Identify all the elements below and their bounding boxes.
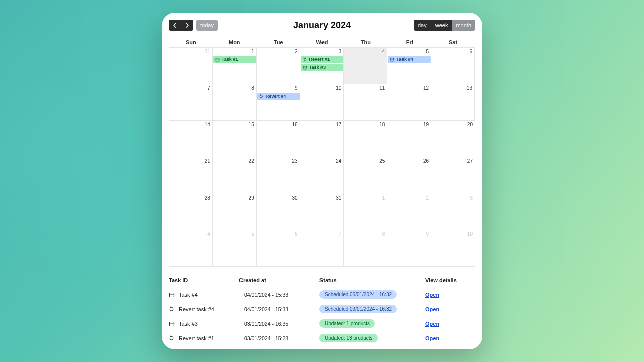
calendar-day[interactable]: 9	[387, 230, 431, 266]
col-task-id: Task ID	[169, 277, 239, 283]
calendar-day[interactable]: 13	[431, 84, 475, 121]
next-button[interactable]	[181, 20, 193, 31]
calendar-day[interactable]: 23	[257, 157, 300, 194]
date-number: 10	[433, 231, 473, 237]
date-number: 4	[346, 49, 385, 55]
date-number: 2	[259, 49, 298, 55]
calendar-day[interactable]: 8	[344, 230, 387, 266]
date-number: 3	[302, 49, 342, 55]
calendar-day[interactable]: 30	[257, 194, 300, 230]
dow-label: Fri	[387, 37, 431, 47]
calendar-day[interactable]: 5	[213, 230, 257, 266]
calendar-day[interactable]: 4	[344, 48, 387, 84]
calendar-day[interactable]: 8	[213, 84, 257, 121]
date-number: 9	[389, 231, 429, 237]
date-number: 31	[171, 49, 210, 55]
date-number: 17	[302, 122, 342, 128]
calendar-day[interactable]: 28	[169, 194, 213, 230]
svg-rect-8	[170, 322, 174, 326]
calendar-icon	[390, 57, 394, 62]
calendar-event[interactable]: Revert #1	[301, 56, 344, 63]
calendar-day[interactable]: 17	[300, 121, 344, 157]
calendar-day[interactable]: 2	[257, 48, 300, 84]
date-number: 24	[302, 158, 342, 164]
calendar-day[interactable]: 4	[169, 230, 213, 266]
calendar-day[interactable]: 16	[257, 121, 300, 157]
calendar-day[interactable]: 10	[300, 84, 344, 121]
task-table: Task ID Created at Status View details T…	[169, 277, 475, 345]
calendar-day[interactable]: 12	[387, 84, 431, 121]
calendar-event[interactable]: Task #1	[213, 56, 256, 63]
calendar-day[interactable]: 19	[387, 121, 431, 157]
dow-label: Mon	[213, 37, 257, 47]
task-id-label: Task #4	[179, 292, 198, 298]
task-id-label: Revert task #1	[179, 335, 214, 341]
calendar-event[interactable]: Task #3	[301, 64, 344, 71]
task-id-cell: Task #3	[169, 321, 239, 327]
calendar-day[interactable]: 7	[300, 230, 344, 266]
date-number: 1	[346, 195, 385, 201]
calendar-day[interactable]: 6	[257, 230, 300, 266]
calendar-event[interactable]: Task #4	[388, 56, 431, 63]
calendar-day[interactable]: 31	[300, 194, 344, 230]
today-button[interactable]: today	[196, 20, 218, 31]
calendar-day[interactable]: 29	[213, 194, 257, 230]
status-badge: Scheduled 05/01/2024 - 16:32	[319, 290, 397, 299]
date-number: 9	[259, 85, 298, 92]
calendar-day[interactable]: 5	[387, 48, 431, 84]
open-link[interactable]: Open	[425, 306, 439, 312]
view-week-button[interactable]: week	[431, 20, 452, 31]
table-row: Revert task #103/01/2024 - 15:28Updated:…	[169, 331, 475, 345]
calendar-day[interactable]: 31	[169, 48, 213, 84]
task-id-label: Task #3	[179, 321, 198, 327]
calendar-day[interactable]: 6	[431, 48, 475, 84]
calendar-day[interactable]: 21	[169, 157, 213, 194]
date-number: 30	[259, 195, 298, 201]
task-id-cell: Task #4	[169, 292, 239, 298]
date-number: 13	[433, 85, 472, 92]
date-number: 2	[389, 195, 429, 201]
view-month-button[interactable]: month	[452, 20, 475, 31]
calendar-day[interactable]: 18	[344, 121, 387, 157]
calendar-day[interactable]: 2	[387, 194, 431, 230]
calendar-day[interactable]: 22	[213, 157, 257, 194]
date-number: 7	[171, 85, 210, 92]
open-link[interactable]: Open	[425, 335, 439, 341]
revert-icon	[259, 94, 264, 99]
calendar-day[interactable]: 20	[431, 121, 475, 157]
calendar-day[interactable]: 1	[344, 194, 387, 230]
calendar-icon	[169, 292, 175, 298]
date-number: 29	[215, 195, 254, 201]
calendar-day[interactable]: 11	[344, 84, 387, 121]
calendar-day[interactable]: 7	[169, 84, 213, 121]
dow-label: Tue	[257, 37, 300, 47]
view-day-button[interactable]: day	[414, 20, 431, 31]
date-number: 19	[389, 122, 429, 128]
calendar-day[interactable]: 3	[431, 194, 475, 230]
calendar-day[interactable]: 25	[344, 157, 387, 194]
calendar-event[interactable]: Revert #4	[257, 93, 300, 100]
date-number: 4	[171, 231, 210, 237]
calendar-day[interactable]: 1	[213, 48, 257, 84]
prev-button[interactable]	[169, 20, 181, 31]
open-link[interactable]: Open	[425, 321, 439, 327]
calendar-day[interactable]: 24	[300, 157, 344, 194]
calendar-day[interactable]: 14	[169, 121, 213, 157]
date-number: 11	[346, 85, 385, 92]
calendar-day[interactable]: 9	[257, 84, 300, 121]
date-number: 15	[215, 122, 254, 128]
calendar-day[interactable]: 10	[431, 230, 475, 266]
created-cell: 03/01/2024 - 15:28	[239, 335, 319, 341]
date-number: 25	[346, 158, 385, 164]
date-number: 18	[346, 122, 385, 128]
calendar-day[interactable]: 26	[387, 157, 431, 194]
dow-label: Sat	[431, 37, 475, 47]
open-link[interactable]: Open	[425, 292, 439, 298]
table-row: Task #404/01/2024 - 15:33Scheduled 05/01…	[169, 287, 475, 302]
calendar-day[interactable]: 15	[213, 121, 257, 157]
date-number: 20	[433, 122, 473, 128]
status-badge: Updated: 13 products	[319, 334, 378, 342]
status-cell: Scheduled 05/01/2024 - 16:32	[319, 290, 425, 299]
calendar-day[interactable]: 27	[431, 157, 475, 194]
revert-icon	[169, 306, 175, 312]
